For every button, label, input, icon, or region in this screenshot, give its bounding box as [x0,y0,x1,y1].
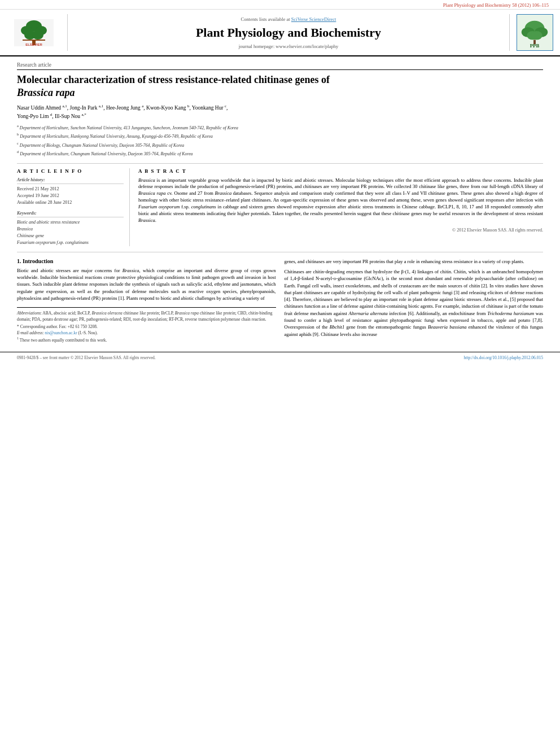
received-date: Received 21 May 2012 [17,186,124,193]
keyword-2: Brassica [17,226,124,233]
doi-link[interactable]: http://dx.doi.org/10.1016/j.plaphy.2012.… [464,355,543,360]
journal-title: Plant Physiology and Biochemistry [196,25,381,40]
keywords-section: Keywords: Biotic and abiotic stress resi… [17,211,124,246]
ppb-logo-icon: PPB [517,15,553,50]
footnote-area: Abbreviations: ABA, abscisic acid; BoCLP… [17,307,276,343]
ppb-logo-area: PPB [509,14,554,51]
accepted-date: Accepted 19 June 2012 [17,193,124,199]
elsevier-logo: ELSEVIER [14,19,54,46]
body-content: 1. Introduction Biotic and abiotic stres… [17,258,543,344]
history-title: Article history: [17,177,124,184]
publisher-logo-area: ELSEVIER [6,14,68,51]
available-online-date: Available online 28 June 2012 [17,199,124,206]
intro-section-title: 1. Introduction [17,258,276,264]
article-title: Molecular characterization of stress res… [17,73,543,100]
main-content: Research article Molecular characterizat… [0,56,560,349]
journal-title-area: Contents lists available at SciVerse Sci… [68,14,509,51]
intro-section-number: 1. [17,258,21,264]
sciverse-link[interactable]: SciVerse ScienceDirect [291,16,336,22]
content-divider [17,252,543,252]
article-info-column: A R T I C L E I N F O Article history: R… [17,168,130,246]
article-info-abstract-section: A R T I C L E I N F O Article history: R… [17,163,543,246]
keywords-list: Biotic and abiotic stress resistance Bra… [17,219,124,246]
journal-citation: Plant Physiology and Biochemistry 58 (20… [0,0,560,10]
email-footnote: E-mail address: nis@sunchon.ac.kr (I.-S.… [17,330,276,337]
keyword-3: Chitinase gene [17,233,124,239]
svg-point-5 [32,30,43,40]
authors-list: Nasar Uddin Ahmed a,1, Jong-In Park a,1,… [17,103,543,121]
article-title-line2: Brassica rapa [17,87,75,98]
keyword-1: Biotic and abiotic stress resistance [17,219,124,226]
copyright: © 2012 Elsevier Masson SAS. All rights r… [138,228,543,233]
email-link[interactable]: nis@sunchon.ac.kr [45,330,77,335]
article-type: Research article [17,62,543,70]
article-title-line1: Molecular characterization of stress res… [17,74,330,85]
sciverse-notice: Contents lists available at SciVerse Sci… [241,16,336,22]
elsevier-tree-icon: ELSEVIER [14,19,54,46]
journal-header: ELSEVIER Contents lists available at Sci… [0,10,560,56]
intro-paragraph-3: Chitinases are chitin-degrading enzymes … [285,268,544,338]
body-left-column: 1. Introduction Biotic and abiotic stres… [17,258,276,344]
corresponding-footnote: * Corresponding author. Fax: +82 61 750 … [17,324,276,330]
svg-text:ELSEVIER: ELSEVIER [25,43,42,46]
svg-rect-7 [23,40,45,41]
intro-paragraph-2: genes, and chitinases are very important… [285,258,544,265]
abstract-column: A B S T R A C T Brassica is an important… [138,168,543,246]
article-info-label: A R T I C L E I N F O [17,168,124,174]
abstract-label: A B S T R A C T [138,168,543,174]
ppb-logo: PPB [517,14,553,51]
keyword-4: Fusarium oxysporum f.sp. conglutinans [17,239,124,246]
keywords-title: Keywords: [17,211,124,217]
equal-contrib-footnote: 1 These two authors equally contributed … [17,336,276,343]
svg-text:PPB: PPB [530,43,540,49]
issn-info: 0981-9428/$ – see front matter © 2012 El… [17,355,156,360]
abstract-text: Brassica is an important vegetable group… [138,177,543,224]
intro-paragraph-1: Biotic and abiotic stresses are major co… [17,267,276,302]
bottom-bar: 0981-9428/$ – see front matter © 2012 El… [0,352,560,363]
affiliations: a Department of Horticulture, Sunchon Na… [17,123,543,158]
journal-homepage: journal homepage: www.elsevier.com/locat… [239,43,338,49]
svg-point-14 [531,31,542,40]
article-history: Received 21 May 2012 Accepted 19 June 20… [17,186,124,206]
citation-text: Plant Physiology and Biochemistry 58 (20… [443,2,549,8]
abbreviations-footnote: Abbreviations: ABA, abscisic acid; BoCLP… [17,311,276,322]
body-right-column: genes, and chitinases are very important… [285,258,544,344]
intro-section-title-text: Introduction [23,258,53,264]
